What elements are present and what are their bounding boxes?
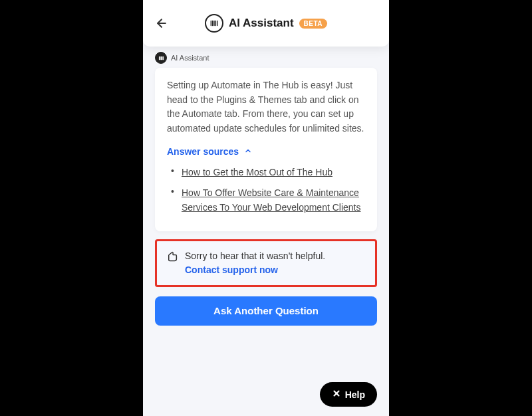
help-label: Help <box>345 389 365 400</box>
help-button[interactable]: Help <box>320 382 377 407</box>
source-item: How To Offer Website Care & Maintenance … <box>182 186 365 215</box>
back-button[interactable] <box>154 15 170 31</box>
beta-badge: BETA <box>299 19 327 29</box>
app-header: AI Assistant BETA <box>143 0 389 47</box>
source-item: How to Get the Most Out of The Hub <box>182 165 365 180</box>
source-link[interactable]: How To Offer Website Care & Maintenance … <box>182 187 361 213</box>
logo-icon <box>205 14 223 33</box>
source-list: How to Get the Most Out of The Hub How T… <box>167 165 365 215</box>
answer-bubble: Setting up Automate in The Hub is easy! … <box>155 68 377 231</box>
header-title: AI Assistant <box>229 17 294 30</box>
assistant-avatar-icon <box>155 52 167 64</box>
ask-another-button[interactable]: Ask Another Question <box>155 296 377 326</box>
sources-toggle[interactable]: Answer sources <box>167 146 365 157</box>
feedback-box: Sorry to hear that it wasn't helpful. Co… <box>155 239 377 287</box>
message-header: AI Assistant <box>155 52 377 64</box>
contact-support-link[interactable]: Contact support now <box>185 264 278 275</box>
source-link[interactable]: How to Get the Most Out of The Hub <box>182 167 332 177</box>
sources-label: Answer sources <box>167 146 239 157</box>
chevron-up-icon <box>244 146 252 157</box>
thumbs-down-icon <box>166 250 178 277</box>
feedback-message: Sorry to hear that it wasn't helpful. <box>185 251 325 261</box>
close-icon <box>332 389 341 400</box>
answer-text: Setting up Automate in The Hub is easy! … <box>167 78 365 136</box>
sender-label: AI Assistant <box>171 54 209 62</box>
